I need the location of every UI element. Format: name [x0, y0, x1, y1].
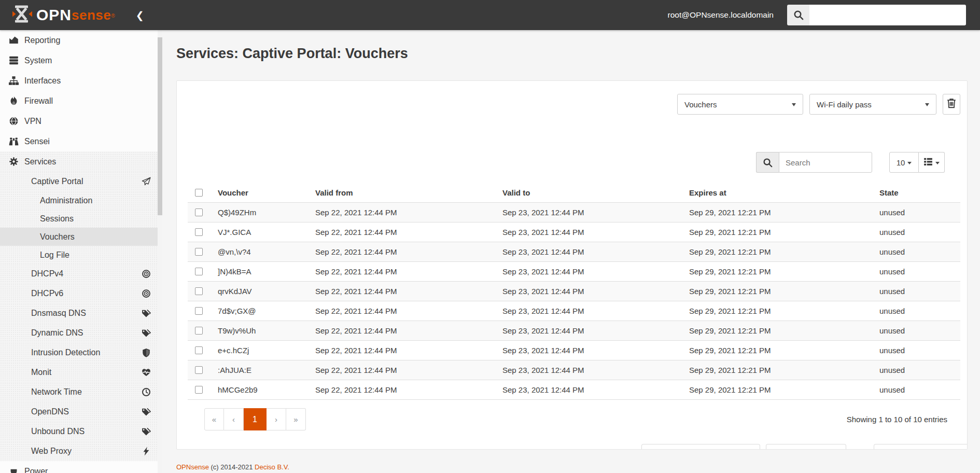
sidebar-item-web-proxy[interactable]: Web Proxy — [0, 441, 162, 461]
sidebar-item-vpn[interactable]: VPN — [0, 111, 162, 131]
voucher-provider-select[interactable]: Wi-Fi daily pass — [809, 94, 936, 115]
sidebar-item-dnsmasq-dns[interactable]: Dnsmasq DNS — [0, 303, 162, 323]
area-chart-icon — [7, 35, 20, 45]
page-1-button[interactable]: 1 — [244, 408, 267, 430]
sidebar-item-dhcpv6[interactable]: DHCPv6 — [0, 284, 162, 303]
sidebar-item-log-file[interactable]: Log File — [0, 246, 162, 264]
opnsense-footer-link[interactable]: OPNsense — [176, 463, 209, 471]
table-row: T9w)v%UhSep 22, 2021 12:44 PMSep 23, 202… — [188, 321, 960, 341]
sidebar-item-monit[interactable]: Monit — [0, 363, 162, 382]
plug-icon — [7, 466, 20, 473]
page-footer: OPNsense (c) 2014-2021 Deciso B.V. — [176, 463, 980, 471]
page-size-value: 10 — [897, 158, 905, 167]
search-icon — [787, 5, 809, 25]
row-checkbox[interactable] — [195, 366, 203, 374]
state-cell: unused — [875, 262, 960, 282]
collapse-sidebar-icon[interactable]: ❮ — [136, 9, 144, 21]
column-header-voucher[interactable]: Voucher — [214, 183, 311, 203]
sidebar-item-label: DHCPv4 — [31, 269, 63, 279]
sidebar-item-interfaces[interactable]: Interfaces — [0, 71, 162, 91]
showing-entries-text: Showing 1 to 10 of 10 entries — [847, 415, 960, 424]
page-size-button[interactable]: 10 — [889, 152, 919, 173]
sidebar-item-captive-portal[interactable]: Captive Portal — [0, 172, 162, 191]
chevron-down-icon — [792, 103, 796, 108]
column-header-state[interactable]: State — [875, 183, 960, 203]
sidebar-nav: ReportingSystemInterfacesFirewallVPNSens… — [0, 30, 162, 473]
voucher-code-cell: @vn,\v?4 — [214, 242, 311, 262]
sidebar-item-opendns[interactable]: OpenDNS — [0, 402, 162, 422]
sidebar-item-firewall[interactable]: Firewall — [0, 91, 162, 111]
row-checkbox[interactable] — [195, 208, 203, 216]
paper-plane-icon — [142, 177, 151, 186]
columns-chooser-button[interactable] — [919, 152, 945, 173]
bolt-icon — [142, 447, 151, 456]
chevron-down-icon — [935, 162, 940, 166]
global-search-input[interactable] — [809, 5, 966, 25]
next-page-button[interactable]: › — [267, 408, 286, 430]
row-checkbox[interactable] — [195, 346, 203, 354]
fire-icon — [7, 96, 20, 106]
table-row: qrvKdJAVSep 22, 2021 12:44 PMSep 23, 202… — [188, 282, 960, 301]
deciso-footer-link[interactable]: Deciso B.V. — [255, 463, 289, 471]
table-search-input[interactable] — [779, 152, 872, 173]
expires-at-cell: Sep 29, 2021 12:21 PM — [685, 360, 875, 380]
column-header-valid-to[interactable]: Valid to — [498, 183, 685, 203]
row-checkbox[interactable] — [195, 228, 203, 236]
sidebar-item-vouchers[interactable]: Vouchers — [0, 228, 162, 246]
voucher-code-cell: VJ*.GICA — [214, 222, 311, 242]
sidebar-item-power[interactable]: Power — [0, 461, 162, 473]
first-page-button[interactable]: « — [204, 408, 224, 430]
sidebar-item-label: Web Proxy — [31, 447, 72, 456]
column-header-expires-at[interactable]: Expires at — [685, 183, 875, 203]
expires-at-cell: Sep 29, 2021 12:21 PM — [685, 341, 875, 360]
delete-vouchers-button[interactable] — [943, 94, 960, 115]
voucher-code-cell: e+c.hCZj — [214, 341, 311, 360]
state-cell: unused — [875, 222, 960, 242]
sidebar-item-network-time[interactable]: Network Time — [0, 382, 162, 402]
state-cell: unused — [875, 341, 960, 360]
sidebar-scrollbar-thumb[interactable] — [158, 37, 162, 215]
sidebar-item-unbound-dns[interactable]: Unbound DNS — [0, 422, 162, 441]
sidebar-item-system[interactable]: System — [0, 50, 162, 71]
sidebar-item-administration[interactable]: Administration — [0, 191, 162, 210]
row-checkbox[interactable] — [195, 268, 203, 275]
expires-at-cell: Sep 29, 2021 12:21 PM — [685, 282, 875, 301]
global-search — [787, 5, 966, 25]
sidebar-item-label: Intrusion Detection — [31, 348, 100, 357]
valid-to-cell: Sep 23, 2021 12:44 PM — [498, 262, 685, 282]
sidebar-item-intrusion-detection[interactable]: Intrusion Detection — [0, 343, 162, 363]
last-page-button[interactable]: » — [286, 408, 306, 430]
sidebar-item-dynamic-dns[interactable]: Dynamic DNS — [0, 323, 162, 343]
state-cell: unused — [875, 301, 960, 321]
row-checkbox[interactable] — [195, 307, 203, 315]
sidebar-item-sensei[interactable]: Sensei — [0, 131, 162, 151]
valid-to-cell: Sep 23, 2021 12:44 PM — [498, 341, 685, 360]
valid-from-cell: Sep 22, 2021 12:44 PM — [311, 203, 498, 222]
sidebar-item-reporting[interactable]: Reporting — [0, 30, 162, 50]
sidebar-item-label: OpenDNS — [31, 407, 69, 416]
voucher-code-cell: hMCGe2b9 — [214, 380, 311, 400]
sidebar-item-label: Administration — [40, 196, 92, 205]
prev-page-button[interactable]: ‹ — [224, 408, 244, 430]
sidebar-item-sessions[interactable]: Sessions — [0, 210, 162, 228]
sidebar-item-dhcpv4[interactable]: DHCPv4 — [0, 264, 162, 284]
table-row: VJ*.GICASep 22, 2021 12:44 PMSep 23, 202… — [188, 222, 960, 242]
valid-to-cell: Sep 23, 2021 12:44 PM — [498, 380, 685, 400]
gear-icon — [7, 157, 20, 166]
row-checkbox[interactable] — [195, 386, 203, 394]
valid-from-cell: Sep 22, 2021 12:44 PM — [311, 360, 498, 380]
row-checkbox[interactable] — [195, 327, 203, 335]
voucher-group-select[interactable]: Vouchers — [677, 94, 803, 115]
sidebar-item-label: Interfaces — [24, 76, 61, 86]
topbar-right: root@OPNsense.localdomain — [668, 5, 966, 25]
valid-to-cell: Sep 23, 2021 12:44 PM — [498, 222, 685, 242]
sidebar-item-services[interactable]: Services — [0, 151, 162, 172]
row-checkbox[interactable] — [195, 248, 203, 256]
tags-icon — [142, 407, 151, 416]
voucher-group-value: Vouchers — [684, 100, 717, 109]
table-header-row: VoucherValid fromValid toExpires atState — [188, 183, 960, 203]
row-checkbox[interactable] — [195, 287, 203, 295]
opnsense-logo[interactable]: OPNsense® — [12, 4, 115, 26]
column-header-valid-from[interactable]: Valid from — [311, 183, 498, 203]
select-all-checkbox[interactable] — [195, 189, 203, 197]
